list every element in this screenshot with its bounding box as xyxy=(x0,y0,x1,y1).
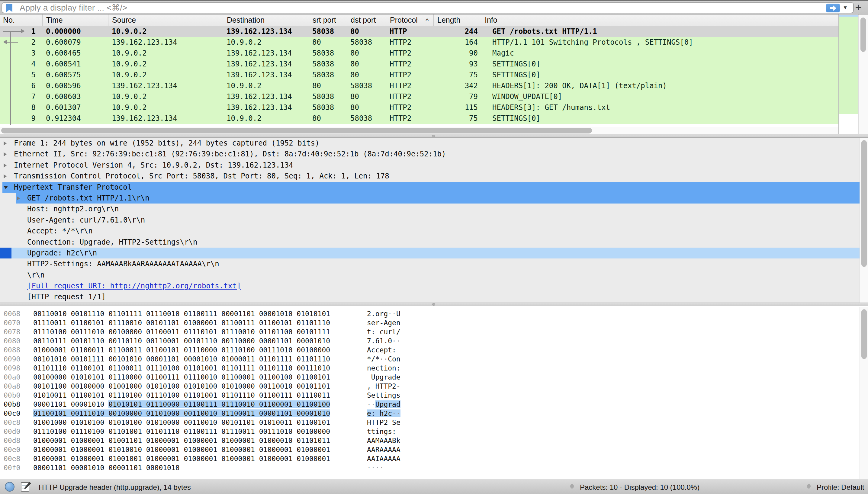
hex-bits[interactable]: 01110100 01110100 01101001 01101110 0110… xyxy=(33,427,330,436)
packet-row-2[interactable]: 20.600079139.162.123.13410.9.0.28058038H… xyxy=(0,37,838,48)
tree-row-frame[interactable]: Frame 1: 244 bytes on wire (1952 bits), … xyxy=(0,138,860,149)
tree-row-http-request-count[interactable]: [HTTP request 1/1] xyxy=(0,291,860,302)
hex-ascii[interactable]: t: curl/ xyxy=(367,327,400,336)
column-header-info[interactable]: Info xyxy=(481,15,838,26)
tree-row-http2-settings[interactable]: HTTP2-Settings: AAMAAABkAARAAAAAAAIAAAAA… xyxy=(0,259,860,269)
tree-row-http-crlf[interactable]: \r\n xyxy=(0,270,860,281)
hex-ascii[interactable]: 2.org··U xyxy=(367,309,400,318)
hex-ascii[interactable]: AAIAAAAA xyxy=(367,454,400,463)
packet-row-4[interactable]: 40.60054110.9.0.2139.162.123.1345803880H… xyxy=(0,59,838,70)
pane-splitter-bottom[interactable] xyxy=(0,303,868,306)
display-filter-input[interactable] xyxy=(20,3,799,13)
expand-triangle-icon[interactable] xyxy=(17,196,20,201)
filter-bookmark-icon[interactable] xyxy=(6,4,12,12)
tree-row-http-full-request-uri[interactable]: [Full request URI: http://nghttp2.org/ro… xyxy=(0,281,860,291)
expert-info-icon[interactable] xyxy=(5,482,15,492)
hex-ascii[interactable]: nection: xyxy=(367,364,400,373)
hex-row-0088[interactable]: 008801000001 01100011 01100011 01100101 … xyxy=(0,345,860,355)
packet-row-8[interactable]: 80.60130710.9.0.2139.162.123.1345803880H… xyxy=(0,102,838,113)
hex-row-0080[interactable]: 008000110111 00101110 00110110 00110001 … xyxy=(0,336,860,345)
hex-ascii[interactable]: ··Upgrad xyxy=(367,400,400,409)
hex-row-00a8[interactable]: 00a800101100 00100000 01001000 01010100 … xyxy=(0,382,860,391)
pane-splitter-top[interactable] xyxy=(0,134,868,138)
hex-bits[interactable]: 01110100 00111010 00100000 01100011 0111… xyxy=(33,327,330,336)
hex-row-0078[interactable]: 007801110100 00111010 00100000 01100011 … xyxy=(0,327,860,336)
hex-row-00f0[interactable]: 00f000001101 00001010 00001101 00001010·… xyxy=(0,463,860,472)
tree-row-http-request-line[interactable]: GET /robots.txt HTTP/1.1\r\n xyxy=(0,193,860,204)
packet-row-1[interactable]: 10.00000010.9.0.2139.162.123.1345803880H… xyxy=(0,26,838,37)
hex-bits[interactable]: 01110011 01100101 01110010 00101101 0100… xyxy=(33,318,330,327)
packet-list-vertical-scrollbar[interactable] xyxy=(858,15,868,134)
bytes-scroll-thumb[interactable] xyxy=(861,309,867,359)
hex-row-0098[interactable]: 009801101110 01100101 01100011 01110100 … xyxy=(0,364,860,373)
packet-row-3[interactable]: 30.60046510.9.0.2139.162.123.1345803880H… xyxy=(0,48,838,59)
hex-bits[interactable]: 01010011 01100101 01110100 01110100 0110… xyxy=(33,391,330,400)
hex-ascii[interactable]: Accept: xyxy=(367,345,400,355)
packet-list-hscroll-thumb[interactable] xyxy=(1,128,592,133)
hex-row-0090[interactable]: 009000101010 00101111 00101010 00001101 … xyxy=(0,355,860,364)
hex-row-00e8[interactable]: 00e801000001 01000001 01001001 01000001 … xyxy=(0,454,860,463)
hex-ascii[interactable]: */*··Con xyxy=(367,355,400,364)
hex-bits[interactable]: 00101100 00100000 01001000 01010100 0101… xyxy=(33,382,330,391)
hex-row-00a0[interactable]: 00a000100000 01010101 01110000 01100111 … xyxy=(0,373,860,382)
tree-row-http-host[interactable]: Host: nghttp2.org\r\n xyxy=(0,204,860,214)
hex-bits[interactable]: 01000001 01000001 01001101 01000001 0100… xyxy=(33,436,330,445)
hex-ascii[interactable]: e: h2c·· xyxy=(367,409,400,418)
hex-row-00c0[interactable]: 00c001100101 00111010 00100000 01101000 … xyxy=(0,409,860,418)
column-header-source[interactable]: Source xyxy=(108,15,223,26)
hex-ascii[interactable]: , HTTP2- xyxy=(367,382,400,391)
expand-triangle-icon[interactable] xyxy=(4,141,7,146)
intelligent-scrollbar-minimap[interactable] xyxy=(838,15,858,134)
tree-row-http-user-agent[interactable]: User-Agent: curl/7.61.0\r\n xyxy=(0,215,860,226)
hex-ascii[interactable]: Upgrade xyxy=(367,373,400,382)
packet-row-5[interactable]: 50.60057510.9.0.2139.162.123.1345803880H… xyxy=(0,70,838,80)
hex-ascii[interactable]: AARAAAAA xyxy=(367,445,400,454)
column-header-src-port[interactable]: srt port xyxy=(309,15,347,26)
hex-row-00e0[interactable]: 00e001000001 01000001 01010010 01000001 … xyxy=(0,445,860,454)
hex-bits[interactable]: 00100000 01010101 01110000 01100111 0111… xyxy=(33,373,330,382)
hex-bits[interactable]: 00110111 00101110 00110110 00110001 0010… xyxy=(33,336,330,345)
hex-row-00b8[interactable]: 00b800001101 00001010 01010101 01110000 … xyxy=(0,400,860,409)
collapse-triangle-icon[interactable] xyxy=(4,186,8,189)
expand-triangle-icon[interactable] xyxy=(4,152,7,156)
column-header-dst-port[interactable]: dst port xyxy=(347,15,386,26)
hex-bits[interactable]: 01101110 01100101 01100011 01110100 0110… xyxy=(33,364,330,373)
packet-row-9[interactable]: 90.912304139.162.123.13410.9.0.28058038H… xyxy=(0,113,838,124)
tree-row-tcp[interactable]: Transmission Control Protocol, Src Port:… xyxy=(0,171,860,182)
add-filter-button[interactable]: + xyxy=(853,1,864,14)
hex-row-0068[interactable]: 006800110010 00101110 01101111 01110010 … xyxy=(0,309,860,318)
tree-row-http-accept[interactable]: Accept: */*\r\n xyxy=(0,226,860,236)
tree-row-http-upgrade[interactable]: Upgrade: h2c\r\n xyxy=(0,248,860,259)
packet-list-horizontal-scrollbar[interactable] xyxy=(0,127,838,134)
hex-row-0070[interactable]: 007001110011 01100101 01110010 00101101 … xyxy=(0,318,860,327)
tree-row-ip[interactable]: Internet Protocol Version 4, Src: 10.9.0… xyxy=(0,160,860,171)
hex-bits[interactable]: 00001101 00001010 01010101 01110000 0110… xyxy=(33,400,330,409)
packet-row-6[interactable]: 60.600596139.162.123.13410.9.0.28058038H… xyxy=(0,80,838,91)
hex-bits[interactable]: 01100101 00111010 00100000 01101000 0011… xyxy=(33,409,330,418)
hex-bits[interactable]: 01000001 01100011 01100011 01100101 0111… xyxy=(33,345,330,355)
hex-bits[interactable]: 00101010 00101111 00101010 00001101 0000… xyxy=(33,355,330,364)
details-scroll-thumb[interactable] xyxy=(861,140,867,267)
column-header-no[interactable]: No. xyxy=(0,15,42,26)
packet-list-scroll-thumb[interactable] xyxy=(861,18,866,52)
hex-bits[interactable]: 01000001 01000001 01001001 01000001 0100… xyxy=(33,454,330,463)
hex-row-00b0[interactable]: 00b001010011 01100101 01110100 01110100 … xyxy=(0,391,860,400)
hex-ascii[interactable]: ···· xyxy=(367,463,383,472)
hex-ascii[interactable]: Settings xyxy=(367,391,400,400)
hex-bits[interactable]: 01001000 01010100 01010100 01010000 0011… xyxy=(33,418,330,427)
hex-row-00c8[interactable]: 00c801001000 01010100 01010100 01010000 … xyxy=(0,418,860,427)
hex-row-00d0[interactable]: 00d001110100 01110100 01101001 01101110 … xyxy=(0,427,860,436)
hex-ascii[interactable]: HTTP2-Se xyxy=(367,418,400,427)
capture-comment-icon[interactable] xyxy=(21,482,32,492)
hex-bits[interactable]: 00001101 00001010 00001101 00001010 xyxy=(33,463,180,472)
expand-triangle-icon[interactable] xyxy=(4,174,7,178)
hex-row-00d8[interactable]: 00d801000001 01000001 01001101 01000001 … xyxy=(0,436,860,445)
bytes-vertical-scrollbar[interactable] xyxy=(860,307,868,479)
packet-row-7[interactable]: 70.60060310.9.0.2139.162.123.1345803880H… xyxy=(0,91,838,102)
apply-filter-button[interactable] xyxy=(826,4,840,12)
hex-ascii[interactable]: AAMAAABk xyxy=(367,436,400,445)
hex-ascii[interactable]: 7.61.0·· xyxy=(367,336,400,345)
expand-triangle-icon[interactable] xyxy=(4,163,7,168)
tree-row-http[interactable]: Hypertext Transfer Protocol xyxy=(0,182,860,193)
hex-ascii[interactable]: ser-Agen xyxy=(367,318,400,327)
